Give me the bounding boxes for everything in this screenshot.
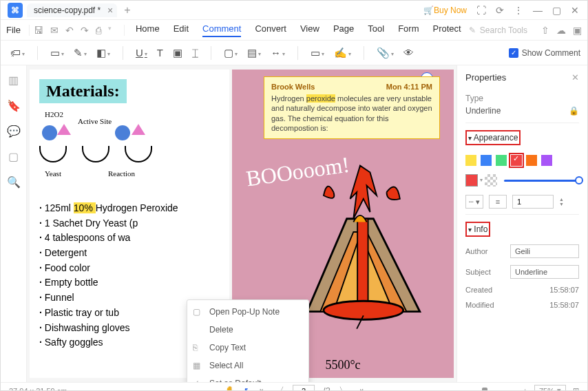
callout-tool[interactable]: ⌶ (189, 45, 201, 60)
text-tool[interactable]: T (154, 45, 166, 60)
modified-value: 15:58:07 (549, 301, 579, 309)
menu-form[interactable]: Form (398, 23, 419, 37)
menu-bar: File 🖫 ✉ ↶ ↷ ⎙ ▾ Home Edit Comment Conve… (1, 20, 587, 41)
document-tab[interactable]: science-copy.pdf * × (27, 3, 117, 17)
ctx-delete[interactable]: Delete (187, 321, 308, 339)
created-value: 15:58:07 (549, 286, 579, 294)
close-tab-icon[interactable]: × (107, 5, 113, 16)
bookmarks-icon[interactable]: 🔖 (7, 99, 21, 112)
color-swatch[interactable] (465, 155, 476, 166)
zoom-percent[interactable]: 75% ▾ (534, 385, 566, 391)
close-panel-icon[interactable]: ✕ (571, 72, 579, 83)
fit-page-icon[interactable]: ⊞ (573, 386, 579, 391)
zoom-in-button[interactable]: + (523, 387, 527, 392)
eraser-tool[interactable]: ◧ (94, 45, 113, 61)
hide-tool[interactable]: 👁 (401, 45, 417, 60)
list-item: 4 tablespoons of wa (39, 231, 220, 246)
ctx-set-default[interactable]: ✓Set as Default (187, 374, 308, 382)
first-page-button[interactable]: ⇤ (260, 385, 267, 391)
menu-view[interactable]: View (300, 23, 319, 37)
undo-icon[interactable]: ↶ (65, 25, 74, 36)
stamp-tool[interactable]: ▭ (308, 45, 327, 61)
ctx-copy-text[interactable]: ⎘Copy Text (187, 339, 308, 357)
lock-icon[interactable]: 🔒 (569, 106, 579, 116)
attach-tool[interactable]: 📎 (374, 45, 397, 61)
expand-icon[interactable]: ▣ (573, 25, 582, 36)
temperature-label: 5500°c (325, 358, 360, 372)
menu-edit[interactable]: Edit (174, 23, 189, 37)
menu-home[interactable]: Home (136, 23, 160, 37)
shape-note-tool[interactable]: ▤ (244, 45, 264, 61)
last-page-button[interactable]: ⇥ (356, 385, 364, 391)
underline-tool[interactable]: U (133, 45, 150, 60)
next-page-button[interactable]: 〉 (339, 385, 348, 392)
highlight-tool[interactable]: ▭ (48, 45, 67, 61)
color-swatch[interactable] (526, 155, 537, 166)
comment-toolbar: 🏷 ▭ ✎ ◧ U T ▣ ⌶ ▢ ▤ ↔ ▭ ✍ 📎 👁 ✓ Show Com… (1, 41, 587, 65)
minimize-button[interactable]: — (533, 5, 543, 16)
attachments-icon[interactable]: ▢ (8, 150, 19, 163)
close-window-button[interactable]: ✕ (571, 5, 579, 16)
document-canvas[interactable]: Materials: H2O2 Active Site Yeast Reacti… (27, 65, 456, 382)
tab-title: science-copy.pdf * (34, 6, 101, 15)
ctx-select-all[interactable]: ▦Select All (187, 357, 308, 374)
hand-tool-icon[interactable]: ✋ (224, 385, 235, 391)
sticky-note[interactable]: Brook Wells Mon 4:11 PM Hydrogen peroxid… (264, 76, 440, 139)
save-icon[interactable]: 🖫 (34, 25, 43, 36)
transparency-icon[interactable] (485, 174, 497, 187)
thumbnails-icon[interactable]: ▥ (8, 74, 19, 87)
prev-page-button[interactable]: 〈 (275, 385, 284, 392)
info-section[interactable]: ▾ Info (465, 222, 490, 237)
color-swatch[interactable] (511, 155, 522, 166)
textbox-tool[interactable]: ▣ (170, 45, 185, 61)
menu-tool[interactable]: Tool (368, 23, 384, 37)
mail-icon[interactable]: ✉ (50, 25, 59, 36)
sticky-time: Mon 4:11 PM (386, 83, 432, 91)
status-bar: 27.94 x 21.59 cm ✋ ↖ ⇤ 〈 /3 〉 ⇥ − + 75% … (1, 382, 587, 391)
file-menu[interactable]: File (6, 25, 21, 35)
redo-icon[interactable]: ↷ (81, 25, 89, 36)
appearance-section[interactable]: ▾ Appearance (465, 130, 521, 145)
search-icon[interactable]: 🔍 (7, 176, 21, 189)
menu-page[interactable]: Page (333, 23, 354, 37)
opacity-preview[interactable] (465, 174, 478, 187)
author-input[interactable] (510, 244, 579, 258)
buy-now-link[interactable]: 🛒 Buy Now (423, 6, 467, 15)
properties-panel: Properties ✕ Type Underline 🔒 ▾ Appearan… (456, 65, 587, 382)
menu-protect[interactable]: Protect (432, 23, 461, 37)
more-icon[interactable]: ⋮ (514, 5, 523, 16)
thickness-input[interactable] (512, 195, 554, 209)
zoom-out-button[interactable]: − (456, 387, 461, 392)
ctx-open-popup[interactable]: ▢Open Pop-Up Note (187, 303, 308, 321)
measure-tool[interactable]: ↔ (268, 45, 288, 60)
subject-input[interactable] (510, 265, 579, 279)
print-icon[interactable]: ⎙ (96, 25, 101, 36)
color-swatch[interactable] (541, 155, 552, 166)
menu-convert[interactable]: Convert (255, 23, 286, 37)
thickness-spinners[interactable]: ▲▼ (559, 197, 564, 207)
opacity-slider[interactable] (504, 180, 579, 182)
comments-icon[interactable]: 💬 (7, 125, 21, 138)
materials-heading: Materials: (39, 79, 127, 103)
new-tab-button[interactable]: + (124, 4, 130, 17)
gift-icon[interactable]: ⛶ (476, 5, 486, 16)
sticky-body: Hydrogen peroxide molecules are very uns… (271, 94, 432, 133)
page-number-input[interactable] (293, 385, 315, 392)
show-comment-checkbox[interactable]: ✓ (509, 48, 518, 58)
notify-icon[interactable]: ⟳ (496, 5, 504, 16)
color-swatch[interactable] (481, 155, 492, 166)
maximize-button[interactable]: ▢ (552, 5, 561, 16)
label-reaction: Reaction (108, 169, 135, 178)
select-tool-icon[interactable]: ↖ (244, 385, 251, 391)
cloud-icon[interactable]: ☁ (556, 25, 566, 36)
share-icon[interactable]: ⇧ (541, 25, 549, 36)
line-style-select[interactable]: ┄ ▾ (465, 195, 483, 209)
line-weight-select[interactable]: ≡ (489, 195, 507, 209)
note-tool[interactable]: 🏷 (8, 45, 28, 60)
pencil-tool[interactable]: ✎ (71, 45, 90, 61)
menu-comment[interactable]: Comment (202, 23, 241, 37)
signature-tool[interactable]: ✍ (331, 45, 354, 61)
color-swatch[interactable] (496, 155, 507, 166)
search-tools-input[interactable]: ✎ Search Tools (469, 25, 527, 35)
shape-rect-tool[interactable]: ▢ (221, 45, 240, 61)
